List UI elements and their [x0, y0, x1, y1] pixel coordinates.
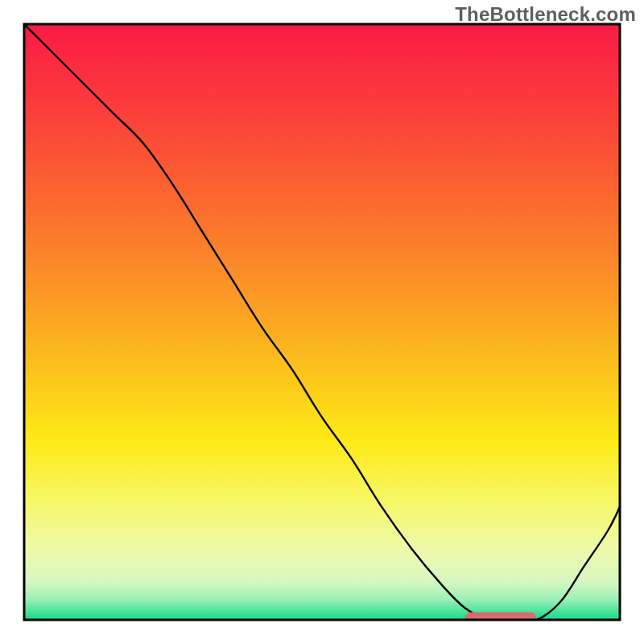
watermark-text: TheBottleneck.com	[455, 3, 636, 26]
chart-stage: TheBottleneck.com	[0, 0, 644, 644]
optimal-marker	[465, 613, 537, 625]
chart-svg	[0, 0, 644, 644]
